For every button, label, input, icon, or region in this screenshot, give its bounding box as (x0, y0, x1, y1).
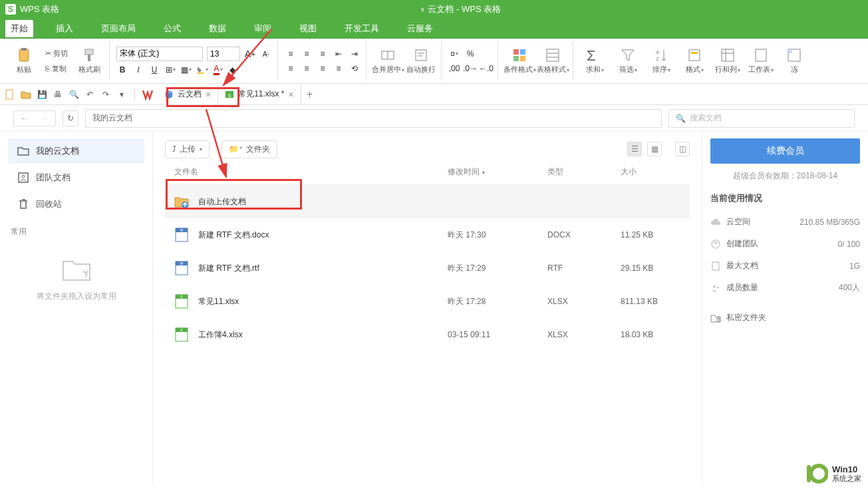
indent-decrease-icon[interactable]: ⇤ (333, 48, 345, 60)
col-type[interactable]: 类型 (547, 166, 621, 178)
grid-view-button[interactable]: ▦ (647, 142, 662, 156)
border-button[interactable]: ⊞▾ (164, 64, 176, 76)
align-bottom-icon[interactable]: ≡ (317, 48, 329, 60)
align-left-icon[interactable]: ≡ (285, 63, 297, 75)
tab-xlsx-file[interactable]: S 常见11.xlsx * × (218, 84, 301, 104)
renew-membership-button[interactable]: 续费会员 (710, 138, 860, 164)
freeze-button[interactable]: 冻 (780, 43, 809, 80)
format-painter-button[interactable]: 格式刷 (74, 43, 104, 80)
align-top-icon[interactable]: ≡ (285, 48, 297, 60)
align-justify-icon[interactable]: ≡ (333, 63, 345, 75)
sum-button[interactable]: Σ 求和▾ (580, 43, 609, 80)
percent-icon[interactable]: % (464, 48, 476, 60)
font-color-button[interactable]: A▾ (212, 64, 224, 76)
list-view-button[interactable]: ☰ (627, 142, 642, 156)
copy-button[interactable]: ⎘复制 (43, 63, 71, 75)
merge-center-button[interactable]: 合并居中▾ (373, 43, 402, 80)
lock-folder-icon (710, 313, 721, 323)
more-qb-icon[interactable]: ▾ (116, 88, 128, 100)
menu-page-layout[interactable]: 页面布局 (96, 20, 141, 37)
nav-back-button[interactable]: ← (21, 114, 29, 123)
align-center-icon[interactable]: ≡ (301, 63, 313, 75)
search-input[interactable]: 🔍 搜索文档 (668, 109, 855, 128)
menu-formula[interactable]: 公式 (158, 20, 186, 37)
merge-border-button[interactable]: ▦▾ (180, 64, 192, 76)
format-button[interactable]: 格式▾ (680, 43, 709, 80)
clear-format-button[interactable]: ◆▾ (228, 64, 240, 76)
bold-button[interactable]: B (116, 64, 128, 76)
svg-rect-45 (712, 262, 719, 270)
align-middle-icon[interactable]: ≡ (301, 48, 313, 60)
row-col-button[interactable]: 行和列▾ (713, 43, 742, 80)
tab-file-close[interactable]: × (289, 89, 294, 100)
cond-format-button[interactable]: 条件格式▾ (505, 43, 534, 80)
print-icon[interactable]: 🖶 (52, 88, 64, 100)
nav-back-forward: ← → (13, 110, 56, 126)
sidebar-my-cloud-docs[interactable]: 我的云文档 (8, 138, 144, 164)
dec-decimal-icon[interactable]: ←.0 (480, 63, 492, 75)
private-folder-button[interactable]: 私密文件夹 (710, 312, 860, 323)
wps-home-icon[interactable] (142, 88, 154, 100)
print-preview-icon[interactable]: 🔍 (68, 88, 80, 100)
file-list-header: 文件名 修改时间 ▾ 类型 大小 (165, 160, 690, 185)
currency-icon[interactable]: ¤▾ (448, 48, 460, 60)
menu-data[interactable]: 数据 (204, 20, 231, 37)
ribbon-styles: 条件格式▾ 表格样式▾ (500, 41, 573, 81)
file-row[interactable]: S常见11.xlsx昨天 17:28XLSX811.13 KB (165, 285, 690, 318)
refresh-button[interactable]: ↻ (63, 110, 78, 126)
wrap-text-button[interactable]: 自动换行 (406, 43, 436, 80)
tab-cloud-docs[interactable]: 云文档 × (158, 84, 218, 104)
italic-button[interactable]: I (132, 64, 144, 76)
menu-dev[interactable]: 开发工具 (339, 20, 384, 37)
filter-icon (620, 47, 636, 63)
drop-zone[interactable]: 将文件夹拖入设为常用 (8, 257, 144, 302)
menu-start[interactable]: 开始 (5, 20, 33, 37)
font-name-select[interactable] (116, 47, 203, 61)
file-row[interactable]: W新建 RTF 文档.docx昨天 17:30DOCX11.25 KB (165, 218, 690, 251)
redo-icon[interactable]: ↷ (100, 88, 112, 100)
col-size[interactable]: 大小 (621, 166, 680, 178)
menu-view[interactable]: 视图 (294, 20, 322, 37)
col-name[interactable]: 文件名 (174, 166, 448, 178)
new-file-icon[interactable] (4, 88, 16, 100)
open-folder-icon[interactable] (20, 88, 32, 100)
file-name: 新建 RTF 文档.docx (198, 230, 448, 241)
undo-icon[interactable]: ↶ (84, 88, 96, 100)
menu-insert[interactable]: 插入 (51, 20, 78, 37)
file-type: XLSX (547, 297, 621, 306)
panel-toggle-button[interactable]: ◫ (675, 142, 690, 156)
menu-review[interactable]: 审阅 (249, 20, 277, 37)
right-panel: 续费会员 超级会员有效期：2018-08-14 当前使用情况 云空间210.85… (702, 132, 868, 486)
inc-decimal-icon[interactable]: .0→ (464, 63, 476, 75)
menu-cloud[interactable]: 云服务 (402, 20, 438, 37)
indent-increase-icon[interactable]: ⇥ (349, 48, 361, 60)
comma-icon[interactable]: ,00 (448, 63, 460, 75)
breadcrumb-path[interactable]: 我的云文档 (85, 109, 662, 128)
sort-button[interactable]: AZ 排序▾ (647, 43, 676, 80)
sidebar-recycle[interactable]: 回收站 (8, 192, 144, 217)
orientation-icon[interactable]: ⟲ (349, 63, 361, 75)
font-grow-icon[interactable]: A+ (244, 48, 256, 60)
cut-button[interactable]: ✂剪切 (43, 47, 71, 60)
file-row[interactable]: 自动上传文档 (165, 185, 690, 218)
new-folder-button[interactable]: 📁⁺ 文件夹 (221, 140, 277, 158)
upload-button[interactable]: ⤴ 上传 ▾ (165, 140, 210, 158)
file-row[interactable]: S工作簿4.xlsx03-15 09:11XLSX18.03 KB (165, 318, 690, 351)
format-icon (686, 47, 702, 63)
cell-style-button[interactable]: 表格样式▾ (538, 43, 567, 80)
file-row[interactable]: W新建 RTF 文档.rtf昨天 17:29RTF29.15 KB (165, 251, 690, 285)
sidebar-team-docs[interactable]: 团队文档 (8, 165, 144, 190)
col-time[interactable]: 修改时间 ▾ (448, 166, 547, 178)
nav-forward-button[interactable]: → (41, 114, 49, 123)
paste-button[interactable]: 粘贴 (9, 43, 39, 80)
add-tab-button[interactable]: + (301, 88, 318, 100)
align-right-icon[interactable]: ≡ (317, 63, 329, 75)
sheet-button[interactable]: 工作表▾ (746, 43, 776, 80)
save-icon[interactable]: 💾 (36, 88, 48, 100)
font-shrink-icon[interactable]: A- (260, 48, 272, 60)
font-size-input[interactable] (207, 47, 240, 61)
filter-button[interactable]: 筛选▾ (613, 43, 643, 80)
underline-button[interactable]: U (148, 64, 160, 76)
tab-cloud-close[interactable]: × (206, 89, 211, 100)
fill-color-button[interactable]: ▾ (196, 64, 208, 76)
